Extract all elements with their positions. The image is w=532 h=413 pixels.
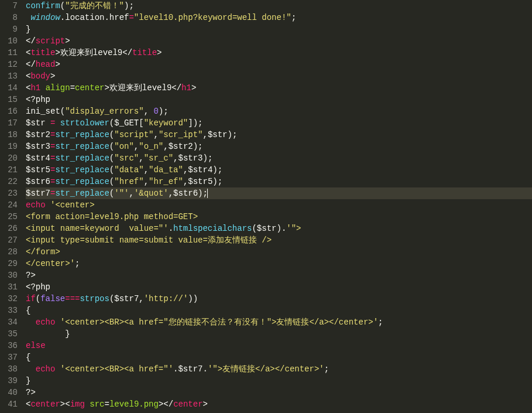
code-line[interactable]: </center>'; <box>26 258 532 269</box>
line-number: 40 <box>7 387 18 398</box>
code-line[interactable]: echo '<center><BR><a href="您的链接不合法？有没有！"… <box>26 316 532 328</box>
code-token: . <box>169 224 173 233</box>
code-line[interactable]: echo '<center> <box>26 199 532 211</box>
line-number: 15 <box>7 94 18 105</box>
code-line[interactable]: </form> <box>26 246 532 258</box>
code-token: $str5 <box>26 165 50 175</box>
code-token: center <box>75 83 104 93</box>
code-token: "script" <box>114 130 153 139</box>
code-token: head <box>36 60 56 69</box>
code-token: .$str7. <box>173 364 208 374</box>
code-line[interactable]: $str = strtolower($_GET["keyword"]); <box>26 117 532 129</box>
line-number: 36 <box>7 340 18 351</box>
code-line[interactable]: </head> <box>26 59 532 70</box>
code-token: "da_ta" <box>149 165 183 175</box>
code-token: confirm <box>26 1 60 11</box>
code-token: body <box>30 71 50 81</box>
code-line[interactable]: if(false===strpos($str7,'http://')) <box>26 293 532 305</box>
code-token: "level10.php?keyword=well done!" <box>134 13 291 22</box>
code-token: , <box>129 189 133 198</box>
code-line[interactable]: else <box>26 340 532 351</box>
code-token: ); <box>159 107 169 116</box>
code-token: ( <box>36 294 40 303</box>
code-token: <?php <box>26 282 50 292</box>
code-token: str_replace <box>55 177 109 186</box>
code-line[interactable]: window.location.href="level10.php?keywor… <box>26 12 532 23</box>
code-token: <input name=keyword value="' <box>26 224 169 233</box>
code-token: else <box>26 341 46 350</box>
code-line[interactable]: <input name=keyword value="'.htmlspecial… <box>26 223 532 234</box>
code-line[interactable]: } <box>26 23 532 35</box>
line-number: 30 <box>7 269 18 281</box>
code-line[interactable]: ?> <box>26 269 532 281</box>
code-token: $str6 <box>26 177 50 186</box>
code-token: )) <box>188 294 198 303</box>
code-line[interactable]: } <box>26 328 532 340</box>
text-cursor <box>207 189 208 198</box>
code-token <box>46 200 50 210</box>
code-line[interactable]: } <box>26 375 532 387</box>
code-token: ( <box>109 142 114 151</box>
line-number: 24 <box>7 199 18 211</box>
code-line[interactable]: { <box>26 305 532 316</box>
code-line[interactable]: <input type=submit name=submit value=添加友… <box>26 234 532 246</box>
code-token: strtolower <box>60 118 109 128</box>
code-token: "src" <box>114 153 139 163</box>
code-line[interactable]: { <box>26 351 532 363</box>
code-line[interactable]: <body> <box>26 70 532 82</box>
code-token: ,$str6); <box>169 189 208 198</box>
code-token: $str2 <box>26 130 50 139</box>
code-line[interactable]: confirm("完成的不错！"); <box>26 0 532 12</box>
code-token: ?> <box>26 388 36 397</box>
code-token: ]); <box>188 118 202 128</box>
line-number: 26 <box>7 223 18 234</box>
code-token: > <box>203 400 208 409</box>
code-line[interactable]: $str5=str_replace("data","da_ta",$str4); <box>26 164 532 176</box>
code-line[interactable]: $str4=str_replace("src","sr_c",$str3); <box>26 152 532 164</box>
code-token: <form action=level9.php method=GET> <box>26 212 198 221</box>
code-token: , <box>139 153 143 163</box>
line-number: 7 <box>7 0 18 12</box>
code-line[interactable]: echo '<center><BR><a href="'.$str7.'">友情… <box>26 363 532 375</box>
line-number: 11 <box>7 47 18 59</box>
code-token: ( <box>109 165 114 175</box>
code-token: > <box>157 48 162 57</box>
code-token: > <box>191 83 196 93</box>
line-number: 16 <box>7 105 18 117</box>
line-number: 13 <box>7 70 18 82</box>
code-token <box>85 400 90 409</box>
code-line[interactable]: <form action=level9.php method=GET> <box>26 211 532 223</box>
code-line[interactable]: <?php <box>26 94 532 105</box>
code-token: </ <box>26 60 36 69</box>
code-token: "keyword" <box>144 118 188 128</box>
code-line[interactable]: ?> <box>26 387 532 398</box>
code-line[interactable]: <?php <box>26 281 532 293</box>
code-line[interactable]: $str7=str_replace('"','&quot',$str6); <box>26 187 532 199</box>
code-line[interactable]: $str6=str_replace("href","hr_ef",$str5); <box>26 176 532 187</box>
code-token: script <box>36 36 65 46</box>
code-token: </ <box>26 36 36 46</box>
code-token: title <box>132 48 157 57</box>
line-number: 29 <box>7 258 18 269</box>
code-line[interactable]: $str3=str_replace("on","o_n",$str2); <box>26 141 532 152</box>
code-token: ; <box>378 318 383 327</box>
line-number: 12 <box>7 59 18 70</box>
code-token: $str3 <box>26 142 50 151</box>
line-number: 14 <box>7 82 18 94</box>
code-area[interactable]: confirm("完成的不错！"); window.location.href=… <box>22 0 532 413</box>
code-line[interactable]: ini_set("display_errors", 0); <box>26 105 532 117</box>
code-token: center <box>30 400 60 409</box>
code-editor[interactable]: 7891011121314151617181920212223242526272… <box>0 0 532 413</box>
code-line[interactable]: <center><img src=level9.png></center> <box>26 398 532 410</box>
code-line[interactable]: $str2=str_replace("script","scr_ipt",$st… <box>26 129 532 141</box>
code-line[interactable]: <title>欢迎来到level9</title> <box>26 47 532 59</box>
code-line[interactable]: </script> <box>26 35 532 47</box>
line-number: 33 <box>7 305 18 316</box>
code-line[interactable]: <h1 align=center>欢迎来到level9</h1> <box>26 82 532 94</box>
line-number: 25 <box>7 211 18 223</box>
code-token: 'http://' <box>144 294 188 303</box>
code-token: ></ <box>159 400 173 409</box>
code-token: '<center> <box>50 200 95 210</box>
code-token: str_replace <box>55 153 109 163</box>
code-token: > <box>55 60 60 69</box>
